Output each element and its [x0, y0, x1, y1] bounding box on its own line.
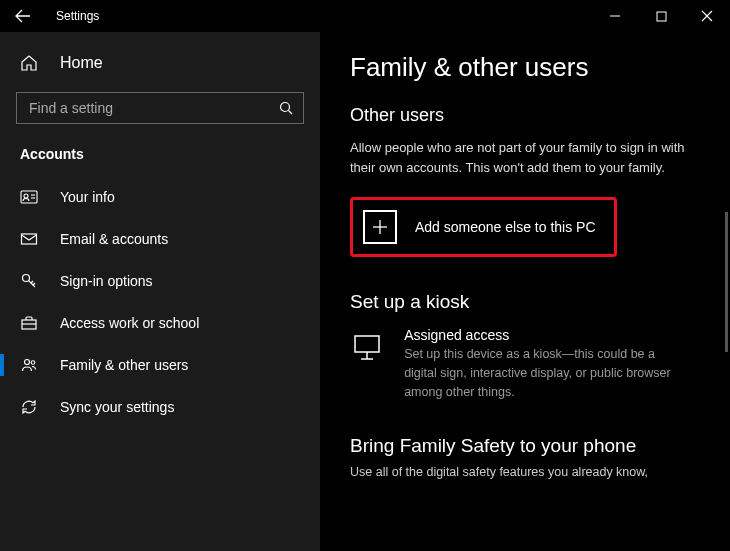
family-safety-heading: Bring Family Safety to your phone: [350, 435, 690, 457]
close-icon: [701, 10, 713, 22]
svg-point-5: [24, 194, 28, 198]
home-label: Home: [60, 54, 103, 72]
svg-rect-1: [657, 12, 666, 21]
nav-email-accounts[interactable]: Email & accounts: [0, 218, 320, 260]
search-input[interactable]: [27, 99, 279, 117]
svg-point-12: [25, 360, 30, 365]
nav-family-other-users[interactable]: Family & other users: [0, 344, 320, 386]
close-button[interactable]: [684, 0, 730, 32]
person-card-icon: [20, 188, 42, 206]
nav-label: Email & accounts: [60, 231, 168, 247]
people-icon: [20, 356, 42, 374]
home-nav[interactable]: Home: [0, 46, 320, 80]
arrow-left-icon: [15, 8, 31, 24]
add-user-button[interactable]: [363, 210, 397, 244]
svg-point-9: [23, 275, 30, 282]
family-safety-desc: Use all of the digital safety features y…: [350, 463, 650, 482]
nav-signin-options[interactable]: Sign-in options: [0, 260, 320, 302]
nav-access-work-school[interactable]: Access work or school: [0, 302, 320, 344]
maximize-icon: [656, 11, 667, 22]
minimize-button[interactable]: [592, 0, 638, 32]
kiosk-icon: [350, 327, 388, 365]
nav-label: Your info: [60, 189, 115, 205]
minimize-icon: [609, 10, 621, 22]
svg-point-2: [281, 103, 290, 112]
search-box[interactable]: [16, 92, 304, 124]
sidebar: Home Accounts Your info Email & accounts…: [0, 32, 320, 551]
svg-point-13: [31, 361, 35, 365]
page-title: Family & other users: [350, 52, 690, 83]
nav-label: Sync your settings: [60, 399, 174, 415]
other-users-description: Allow people who are not part of your fa…: [350, 138, 690, 177]
content-area: Family & other users Other users Allow p…: [320, 32, 730, 551]
key-icon: [20, 272, 42, 290]
other-users-heading: Other users: [350, 105, 690, 126]
nav-label: Access work or school: [60, 315, 199, 331]
home-icon: [20, 54, 42, 72]
svg-rect-8: [22, 234, 37, 244]
assigned-access-title: Assigned access: [404, 327, 690, 343]
back-button[interactable]: [0, 0, 46, 32]
svg-rect-4: [21, 191, 37, 203]
nav-label: Sign-in options: [60, 273, 153, 289]
assigned-access-desc: Set up this device as a kiosk—this could…: [404, 345, 690, 401]
kiosk-heading: Set up a kiosk: [350, 291, 690, 313]
svg-line-3: [289, 111, 293, 115]
search-icon: [279, 101, 293, 115]
sync-icon: [20, 398, 42, 416]
add-user-label: Add someone else to this PC: [415, 219, 596, 235]
svg-rect-16: [355, 336, 379, 352]
category-heading: Accounts: [0, 142, 320, 176]
assigned-access-button[interactable]: Assigned access Set up this device as a …: [350, 327, 690, 401]
plus-icon: [371, 218, 389, 236]
briefcase-icon: [20, 314, 42, 332]
add-user-highlight: Add someone else to this PC: [350, 197, 617, 257]
window-title: Settings: [56, 9, 99, 23]
mail-icon: [20, 230, 42, 248]
nav-your-info[interactable]: Your info: [0, 176, 320, 218]
scrollbar[interactable]: [725, 212, 728, 352]
maximize-button[interactable]: [638, 0, 684, 32]
nav-sync-settings[interactable]: Sync your settings: [0, 386, 320, 428]
nav-label: Family & other users: [60, 357, 188, 373]
